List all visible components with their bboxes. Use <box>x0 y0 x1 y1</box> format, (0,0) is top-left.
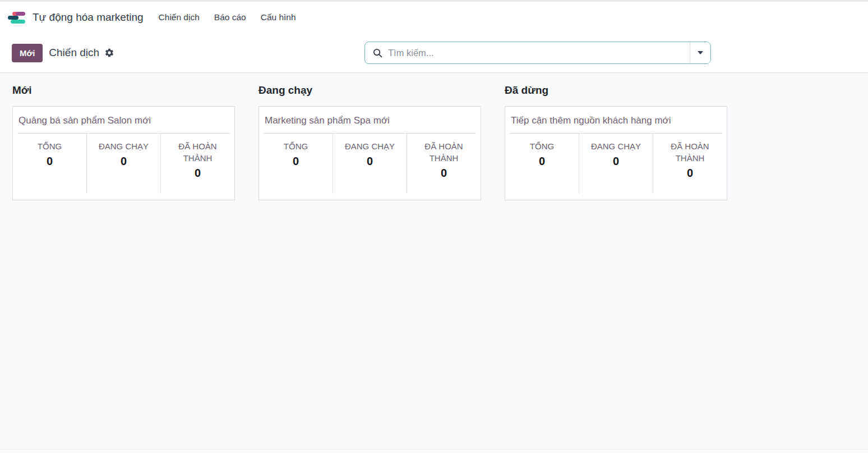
stat-label: ĐANG CHẠY <box>87 140 160 152</box>
stat-completed: ĐÃ HOÀN THÀNH 0 <box>653 134 727 194</box>
card-stats: TỔNG 0 ĐANG CHẠY 0 ĐÃ HOÀN THÀNH 0 <box>505 134 727 194</box>
campaign-name: Quảng bá sản phẩm Salon mới <box>13 107 234 133</box>
kanban-column-running: Đang chạy Marketing sản phẩm Spa mới TỔN… <box>258 84 505 200</box>
app-header: Tự động hóa marketing Chiến dịch Báo cáo… <box>0 2 868 73</box>
stat-running: ĐANG CHẠY 0 <box>579 134 653 194</box>
new-button[interactable]: Mới <box>12 44 43 62</box>
menu-configuration[interactable]: Cấu hình <box>253 7 303 28</box>
logo-bar-purple <box>16 12 25 16</box>
stat-label: ĐANG CHẠY <box>579 140 653 152</box>
kanban-column-stopped: Đã dừng Tiếp cận thêm nguồn khách hàng m… <box>505 84 751 200</box>
stat-label: ĐÃ HOÀN THÀNH <box>161 140 234 164</box>
menu-reporting[interactable]: Báo cáo <box>207 7 253 28</box>
stat-total: TỔNG 0 <box>505 134 579 194</box>
campaign-name: Marketing sản phẩm Spa mới <box>259 107 481 133</box>
stat-label: TỔNG <box>13 140 86 152</box>
column-title: Đang chạy <box>258 84 505 97</box>
menu-campaigns[interactable]: Chiến dịch <box>151 7 207 28</box>
campaign-card[interactable]: Marketing sản phẩm Spa mới TỔNG 0 ĐANG C… <box>258 106 481 200</box>
marketing-automation-app-icon[interactable] <box>8 12 25 24</box>
stat-value: 0 <box>13 155 86 168</box>
stat-value: 0 <box>579 155 653 168</box>
stat-value: 0 <box>505 155 579 168</box>
column-title: Đã dừng <box>505 84 751 97</box>
stat-value: 0 <box>407 167 481 180</box>
breadcrumb: Chiến dịch <box>49 47 99 59</box>
stat-completed: ĐÃ HOÀN THÀNH 0 <box>160 134 234 194</box>
main-nav-bar: Tự động hóa marketing Chiến dịch Báo cáo… <box>0 2 868 33</box>
search-icon <box>373 48 382 58</box>
stat-label: ĐÃ HOÀN THÀNH <box>407 140 481 164</box>
stat-label: ĐANG CHẠY <box>333 140 407 152</box>
gear-icon[interactable] <box>104 48 114 58</box>
stat-label: TỔNG <box>505 140 579 152</box>
stat-running: ĐANG CHẠY 0 <box>86 134 160 194</box>
stat-value: 0 <box>333 155 407 168</box>
logo-bar-navy <box>8 16 19 20</box>
card-stats: TỔNG 0 ĐANG CHẠY 0 ĐÃ HOÀN THÀNH 0 <box>13 134 234 194</box>
stat-completed: ĐÃ HOÀN THÀNH 0 <box>407 134 481 194</box>
stat-value: 0 <box>87 155 160 168</box>
search-input[interactable] <box>388 42 690 63</box>
top-menu: Chiến dịch Báo cáo Cấu hình <box>151 7 303 28</box>
kanban-board: Mới Quảng bá sản phẩm Salon mới TỔNG 0 Đ… <box>0 73 868 200</box>
chevron-down-icon <box>698 51 703 54</box>
campaign-card[interactable]: Quảng bá sản phẩm Salon mới TỔNG 0 ĐANG … <box>12 106 235 200</box>
window-bottom-edge <box>0 449 868 453</box>
stat-label: TỔNG <box>259 140 333 152</box>
control-panel: Mới Chiến dịch <box>0 33 868 72</box>
stat-value: 0 <box>259 155 333 168</box>
logo-bar-teal <box>11 20 25 24</box>
stat-total: TỔNG 0 <box>259 134 333 194</box>
stat-running: ĐANG CHẠY 0 <box>333 134 407 194</box>
campaign-name: Tiếp cận thêm nguồn khách hàng mới <box>505 107 727 133</box>
stat-value: 0 <box>161 167 234 180</box>
stat-total: TỔNG 0 <box>13 134 86 194</box>
search-options-toggle[interactable] <box>690 42 710 63</box>
kanban-column-new: Mới Quảng bá sản phẩm Salon mới TỔNG 0 Đ… <box>12 84 258 200</box>
stat-value: 0 <box>653 167 727 180</box>
stat-label: ĐÃ HOÀN THÀNH <box>653 140 727 164</box>
app-title: Tự động hóa marketing <box>33 11 144 24</box>
search-bar <box>364 42 711 64</box>
card-stats: TỔNG 0 ĐANG CHẠY 0 ĐÃ HOÀN THÀNH 0 <box>259 134 481 194</box>
kanban-view: Mới Quảng bá sản phẩm Salon mới TỔNG 0 Đ… <box>0 73 868 449</box>
column-title: Mới <box>12 84 258 97</box>
campaign-card[interactable]: Tiếp cận thêm nguồn khách hàng mới TỔNG … <box>505 106 727 200</box>
